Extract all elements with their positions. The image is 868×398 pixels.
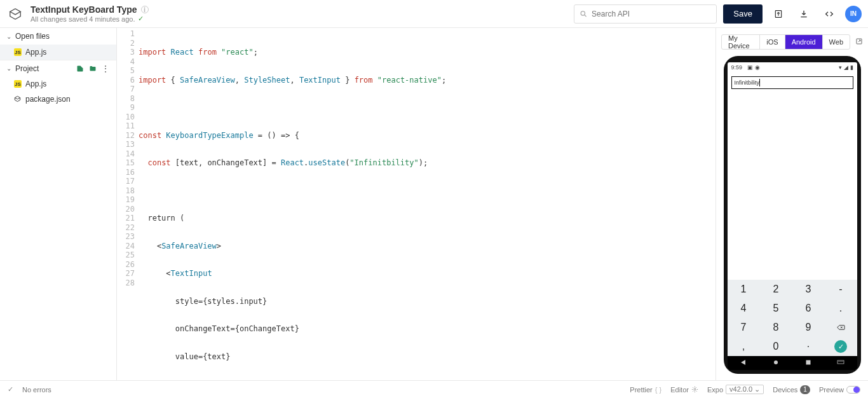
key-backspace[interactable] xyxy=(825,318,857,337)
key-period[interactable]: · xyxy=(792,337,825,356)
open-files-header[interactable]: ⌄ Open files xyxy=(0,28,116,45)
info-icon[interactable]: i xyxy=(141,6,149,13)
numeric-keypad: 1 2 3 - 4 5 6 . 7 8 9 , 0 · xyxy=(728,280,857,356)
key-enter[interactable]: ✓ xyxy=(825,337,857,356)
signal-icon: ◢ xyxy=(844,64,848,71)
package-icon xyxy=(14,95,22,103)
open-file-app-js[interactable]: JS App.js xyxy=(0,45,116,60)
key-4[interactable]: 4 xyxy=(728,299,760,318)
search-icon xyxy=(580,10,588,18)
nav-recent-icon[interactable] xyxy=(804,359,812,368)
import-file-icon[interactable] xyxy=(76,64,85,73)
open-files-label: Open files xyxy=(15,32,50,41)
page-title: TextInput KeyBoard Type xyxy=(31,4,137,15)
project-file-app-js[interactable]: JS App.js xyxy=(0,76,116,92)
devices-button[interactable]: Devices 1 xyxy=(773,385,810,394)
android-navbar xyxy=(728,356,857,370)
editor-settings-button[interactable]: Editor xyxy=(670,386,698,394)
line-gutter: 1234567891011121314151617181920212223242… xyxy=(117,28,139,380)
new-folder-icon[interactable] xyxy=(88,64,97,73)
battery-icon: ▮ xyxy=(850,64,853,71)
svg-point-0 xyxy=(581,11,585,15)
key-5[interactable]: 5 xyxy=(760,299,792,318)
svg-point-4 xyxy=(774,360,778,364)
logo-icon[interactable] xyxy=(6,5,24,23)
search-input[interactable] xyxy=(592,10,711,18)
file-name: package.json xyxy=(25,95,71,104)
text-input-value: Infinitbility xyxy=(735,79,760,86)
svg-rect-6 xyxy=(837,360,844,364)
preview-panel: My Device iOS Android Web 9:59 ▣ ◉ ▾ xyxy=(715,28,868,380)
project-label: Project xyxy=(15,64,39,73)
tab-web[interactable]: Web xyxy=(823,35,850,49)
key-0[interactable]: 0 xyxy=(760,337,792,356)
preview-toggle[interactable]: Preview xyxy=(819,386,860,394)
search-input-wrapper[interactable] xyxy=(574,4,717,24)
status-bar-footer: ✓ No errors Prettier { } Editor Expo v42… xyxy=(0,380,868,398)
text-input-field[interactable]: Infinitbility xyxy=(731,76,853,89)
key-comma[interactable]: , xyxy=(728,337,760,356)
project-header[interactable]: ⌄ Project ⋮ xyxy=(0,60,116,76)
device-tabs: My Device iOS Android Web xyxy=(721,34,850,50)
prettier-button[interactable]: Prettier { } xyxy=(630,386,661,394)
nav-back-icon[interactable] xyxy=(740,359,747,368)
error-status: No errors xyxy=(22,386,51,394)
more-menu-icon[interactable]: ⋮ xyxy=(101,64,110,74)
status-bar: 9:59 ▣ ◉ ▾ ◢ ▮ xyxy=(728,62,857,72)
check-icon: ✓ xyxy=(8,385,13,394)
key-2[interactable]: 2 xyxy=(760,280,792,299)
svg-line-1 xyxy=(585,15,587,17)
popout-icon[interactable] xyxy=(855,38,863,47)
svg-point-11 xyxy=(694,388,696,390)
tab-android[interactable]: Android xyxy=(785,35,823,49)
download-icon[interactable] xyxy=(794,4,813,24)
js-file-icon: JS xyxy=(14,80,22,88)
key-8[interactable]: 8 xyxy=(760,318,792,337)
key-dash[interactable]: - xyxy=(825,280,857,299)
save-status: All changes saved 4 minutes ago. xyxy=(31,15,135,23)
wifi-icon: ▾ xyxy=(839,64,842,71)
expo-version-select[interactable]: Expo v42.0.0 ⌄ xyxy=(707,385,764,394)
js-file-icon: JS xyxy=(14,48,22,56)
title-block: TextInput KeyBoard Type i All changes sa… xyxy=(31,4,149,23)
project-file-package-json[interactable]: package.json xyxy=(0,92,116,107)
expo-icon: ▣ xyxy=(747,64,753,71)
check-icon: ✓ xyxy=(138,15,144,23)
key-3[interactable]: 3 xyxy=(792,280,825,299)
svg-rect-5 xyxy=(806,360,811,364)
chevron-down-icon: ⌄ xyxy=(6,33,11,40)
chevron-down-icon: ⌄ xyxy=(6,65,11,72)
key-7[interactable]: 7 xyxy=(728,318,760,337)
status-time: 9:59 xyxy=(731,64,743,71)
key-9[interactable]: 9 xyxy=(792,318,825,337)
debug-icon: ◉ xyxy=(755,64,760,71)
file-name: App.js xyxy=(25,79,46,88)
key-1[interactable]: 1 xyxy=(728,280,760,299)
key-dot[interactable]: . xyxy=(825,299,857,318)
nav-home-icon[interactable] xyxy=(772,359,780,368)
tab-my-device[interactable]: My Device xyxy=(722,35,760,49)
export-icon[interactable] xyxy=(769,4,788,24)
device-frame: 9:59 ▣ ◉ ▾ ◢ ▮ Infinitbility xyxy=(724,56,861,374)
save-button[interactable]: Save xyxy=(723,4,763,24)
file-name: App.js xyxy=(25,48,46,57)
code-editor[interactable]: 1234567891011121314151617181920212223242… xyxy=(117,28,715,380)
text-cursor xyxy=(759,79,760,86)
code-content[interactable]: import React from "react"; import { Safe… xyxy=(139,28,715,380)
sidebar: ⌄ Open files JS App.js ⌄ Project ⋮ JS Ap… xyxy=(0,28,117,380)
avatar[interactable]: IN xyxy=(845,6,862,22)
embed-icon[interactable] xyxy=(820,4,839,24)
nav-keyboard-icon[interactable] xyxy=(837,359,844,368)
key-6[interactable]: 6 xyxy=(792,299,825,318)
tab-ios[interactable]: iOS xyxy=(760,35,785,49)
